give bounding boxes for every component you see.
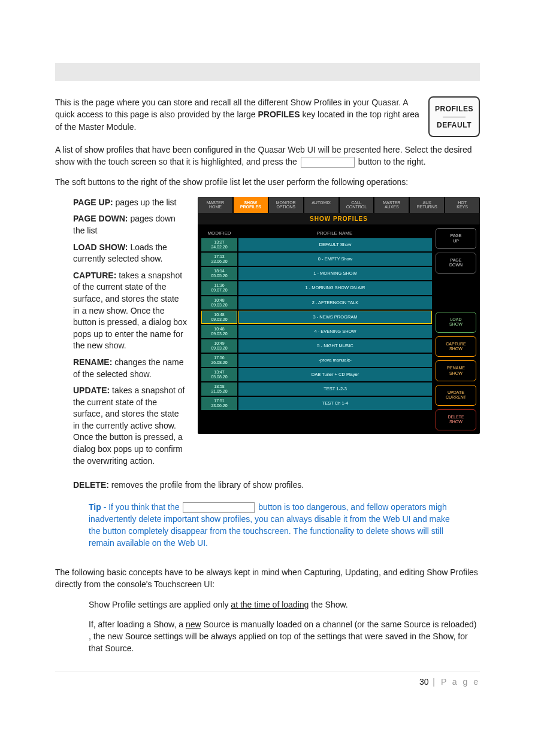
screenshot-button[interactable]: RENAMESHOW <box>436 360 476 381</box>
screenshot-button[interactable]: LOADSHOW <box>436 312 476 333</box>
row-modified: 18:5821.05.20 <box>201 382 237 396</box>
screenshot-tab[interactable]: HOTKEYS <box>445 197 479 213</box>
profile-row[interactable]: 10:4809.03.202 - AFTERNOON TALK <box>201 296 432 309</box>
row-modified: 11:3609.07.20 <box>201 281 237 294</box>
profiles-key-graphic: PROFILES DEFAULT <box>428 96 480 137</box>
screenshot-tab[interactable]: MASTERHOME <box>198 197 232 213</box>
profile-row[interactable]: 11:3609.07.201 - MORNING SHOW ON AIR <box>201 281 432 294</box>
row-name: DAB Tuner + CD Player <box>238 368 432 381</box>
concept-1: Show Profile settings are applied only a… <box>55 599 480 611</box>
two-column-section: PAGE UP: pages up the list PAGE DOWN: pa… <box>55 197 480 472</box>
row-modified: 17:5626.08.20 <box>201 354 237 367</box>
screenshot-button[interactable]: PAGEUP <box>436 228 476 249</box>
screenshot-body: MODIFIED PROFILE NAME 13:2724.02.20DEFAU… <box>198 224 480 433</box>
def-delete-text: removes the profile from the library of … <box>109 480 304 490</box>
row-modified: 10:4909.03.20 <box>201 339 237 353</box>
row-modified: 10:4809.03.20 <box>201 296 237 309</box>
screenshot-list-header: MODIFIED PROFILE NAME <box>201 228 432 238</box>
screenshot-button[interactable]: CAPTURESHOW <box>436 336 476 357</box>
col-modified: MODIFIED <box>201 230 237 236</box>
screenshot-tab[interactable]: AUTOMIX <box>304 197 338 213</box>
screenshot-rows: 13:2724.02.20DEFAULT Show17:1323.06.200 … <box>201 238 432 410</box>
concepts-intro: The following basic concepts have to be … <box>55 566 480 591</box>
row-modified: 10:4809.03.20 <box>201 325 237 338</box>
screenshot-button[interactable]: PAGEDOWN <box>436 253 476 274</box>
screenshot-buttons: PAGEUPPAGEDOWNLOADSHOWCAPTURESHOWRENAMES… <box>436 228 476 430</box>
def-pageup: PAGE UP: pages up the list <box>73 197 187 209</box>
row-modified: 10:4809.03.20 <box>201 311 237 324</box>
row-name: DEFAULT Show <box>238 238 432 251</box>
button-gap <box>436 277 476 308</box>
p2-b: button to the right. <box>356 157 426 166</box>
profile-row[interactable]: 17:5626.08.20-prova manuale- <box>201 354 432 367</box>
row-modified: 13:2724.02.20 <box>201 238 237 251</box>
concepts-section: The following basic concepts have to be … <box>55 566 480 655</box>
intro-section: This is the page where you can store and… <box>55 96 480 133</box>
page-label: | P a g e <box>428 677 480 687</box>
row-name: 3 - NEWS PROGRAM <box>238 311 432 324</box>
blank-button-placeholder <box>301 157 355 168</box>
definitions-column: PAGE UP: pages up the list PAGE DOWN: pa… <box>55 197 187 472</box>
c2-a: If, after loading a Show, a <box>89 620 186 629</box>
tip-label: Tip - <box>89 502 108 512</box>
row-modified: 17:1323.06.20 <box>201 253 237 266</box>
def-update-text: takes a snapshot of the current state of… <box>73 385 185 466</box>
row-name: 2 - AFTERNOON TALK <box>238 296 432 309</box>
def-pageup-label: PAGE UP: <box>73 198 113 207</box>
tip-box: Tip - If you think that the button is to… <box>89 501 480 549</box>
c1-underline: at the time of loading <box>231 600 309 609</box>
screenshot-tab[interactable]: MONITOROPTIONS <box>269 197 303 213</box>
page-number: 30 <box>419 677 429 687</box>
row-modified: 13:4705.08.20 <box>201 368 237 381</box>
screenshot-button[interactable]: UPDATECURRENT <box>436 385 476 406</box>
profile-row[interactable]: 17:5123.06.20TEST Ch 1-4 <box>201 397 432 410</box>
blank-delete-button-placeholder <box>183 502 255 513</box>
profile-row[interactable]: 18:1405.05.201 - MORNING SHOW <box>201 267 432 280</box>
row-name: 0 - EMPTY Show <box>238 253 432 266</box>
c1-a: Show Profile settings are applied only <box>89 600 231 609</box>
profile-row[interactable]: 10:4909.03.205 - NIGHT MUSIC <box>201 339 432 353</box>
def-loadshow-label: LOAD SHOW: <box>73 242 128 252</box>
profiles-keyword: PROFILES <box>258 110 300 119</box>
row-name: 4 - EVENING SHOW <box>238 325 432 338</box>
row-name: -prova manuale- <box>238 354 432 367</box>
touchscreen-screenshot: MASTERHOMESHOWPROFILESMONITOROPTIONSAUTO… <box>198 197 480 434</box>
select-show-paragraph: A list of show profiles that have been c… <box>55 144 480 168</box>
c2-underline: new <box>186 620 201 629</box>
page-content: This is the page where you can store and… <box>0 0 535 711</box>
col-profile-name: PROFILE NAME <box>237 230 432 236</box>
def-delete-label: DELETE: <box>73 480 109 490</box>
screenshot-tab[interactable]: CALLCONTROL <box>340 197 374 213</box>
def-update-label: UPDATE: <box>73 385 110 395</box>
c1-b: the Show. <box>309 600 347 609</box>
def-pagedown-label: PAGE DOWN: <box>73 214 128 223</box>
profile-row[interactable]: 13:2724.02.20DEFAULT Show <box>201 238 432 251</box>
def-delete: DELETE: removes the profile from the lib… <box>55 479 480 491</box>
def-capture-text: takes a snapshot of the current state of… <box>73 271 187 351</box>
screenshot-tab[interactable]: MASTERAUXES <box>374 197 409 213</box>
def-rename: RENAME: changes the name of the selected… <box>73 357 187 380</box>
screenshot-list: MODIFIED PROFILE NAME 13:2724.02.20DEFAU… <box>201 228 432 430</box>
row-modified: 17:5123.06.20 <box>201 397 237 410</box>
screenshot-tab[interactable]: AUXRETURNS <box>410 197 444 213</box>
profile-row[interactable]: 13:4705.08.20DAB Tuner + CD Player <box>201 368 432 381</box>
profiles-key-bottom: DEFAULT <box>437 121 471 129</box>
profiles-key-divider <box>443 117 466 117</box>
profile-row[interactable]: 10:4809.03.203 - NEWS PROGRAM <box>201 311 432 324</box>
def-pagedown: PAGE DOWN: pages down the list <box>73 213 187 236</box>
profile-row[interactable]: 10:4809.03.204 - EVENING SHOW <box>201 325 432 338</box>
def-loadshow: LOAD SHOW: Loads the currently selected … <box>73 242 187 265</box>
soft-buttons-intro: The soft buttons to the right of the sho… <box>55 176 480 188</box>
profile-row[interactable]: 18:5821.05.20TEST 1-2-3 <box>201 382 432 396</box>
screenshot-button[interactable]: DELETESHOW <box>436 409 476 430</box>
tip-t1: If you think that the <box>108 502 182 512</box>
intro-paragraph: This is the page where you can store and… <box>55 96 480 133</box>
profile-row[interactable]: 17:1323.06.200 - EMPTY Show <box>201 253 432 266</box>
row-name: 5 - NIGHT MUSIC <box>238 339 432 353</box>
screenshot-title: SHOW PROFILES <box>198 213 480 224</box>
row-modified: 18:1405.05.20 <box>201 267 237 280</box>
profiles-key-top: PROFILES <box>435 105 473 113</box>
screenshot-tab[interactable]: SHOWPROFILES <box>234 197 268 213</box>
row-name: TEST Ch 1-4 <box>238 397 432 410</box>
def-update: UPDATE: takes a snapshot of the current … <box>73 385 187 467</box>
